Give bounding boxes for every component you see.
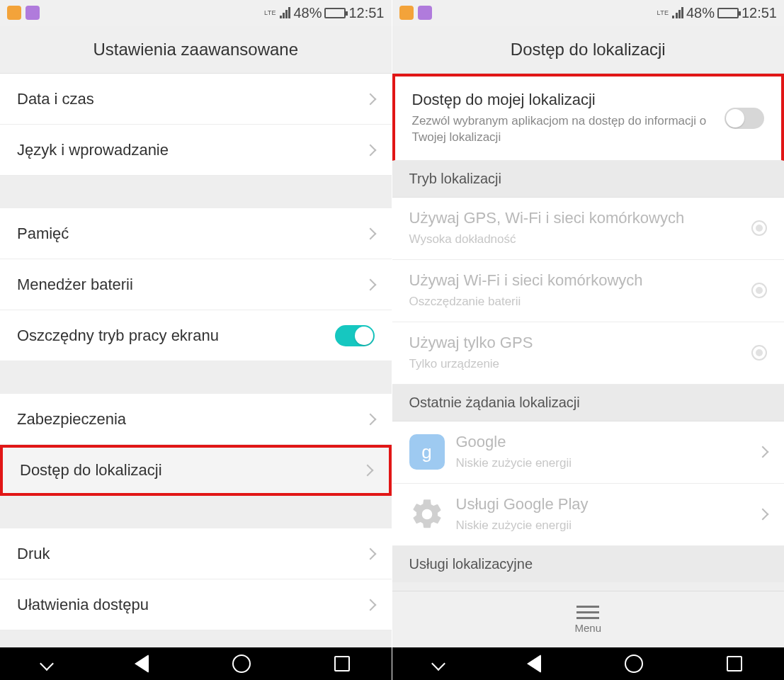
chevron-right-icon [364,227,376,239]
status-bar: LTE 48% 12:51 [392,0,785,26]
network-lte-icon: LTE [264,9,276,16]
menu-label: Menu [574,622,601,634]
nav-back-icon[interactable] [135,654,149,673]
gear-icon [409,497,445,532]
notif-icon-2 [418,6,432,20]
row-date-time[interactable]: Data i czas [0,74,392,125]
row-title: Używaj GPS, Wi-Fi i sieci komórkowych [409,209,741,227]
row-security[interactable]: Zabezpieczenia [0,394,392,445]
row-label: Menedżer baterii [17,276,133,294]
row-subtitle: Tylko urządzenie [409,356,741,373]
network-lte-icon: LTE [657,9,669,16]
recent-app-google[interactable]: g Google Niskie zużycie energii [392,421,785,484]
chevron-right-icon [364,548,376,560]
chevron-right-icon [757,509,769,521]
radio-icon[interactable] [751,283,767,298]
section-recent-requests: Ostatnie żądania lokalizacji [392,385,785,421]
nav-dropdown-icon[interactable] [432,657,446,671]
chevron-right-icon [364,93,376,105]
google-app-icon: g [409,434,445,470]
notif-icon-1 [7,6,21,20]
nav-recents-icon[interactable] [727,656,742,672]
row-label: Oszczędny tryb pracy ekranu [17,327,219,345]
row-my-location-access[interactable]: Dostęp do mojej lokalizacji Zezwól wybra… [392,74,785,161]
row-print[interactable]: Druk [0,528,392,579]
section-location-mode: Tryb lokalizacji [392,161,785,198]
row-battery-manager[interactable]: Menedżer baterii [0,259,392,310]
toggle-screen-eco[interactable] [335,325,375,346]
nav-home-icon[interactable] [232,654,251,673]
row-label: Data i czas [17,90,94,108]
row-label: Zabezpieczenia [17,410,126,429]
row-title: Dostęp do mojej lokalizacji [412,91,714,109]
nav-bar [0,647,392,680]
mode-gps-only[interactable]: Używaj tylko GPS Tylko urządzenie [392,322,785,385]
notif-icon-2 [25,6,40,20]
page-title: Dostęp do lokalizacji [392,26,785,74]
row-accessibility[interactable]: Ułatwienia dostępu [0,579,392,630]
nav-recents-icon[interactable] [334,656,350,672]
row-label: Druk [17,545,50,563]
row-screen-eco[interactable]: Oszczędny tryb pracy ekranu [0,310,392,361]
row-label: Pamięć [17,225,69,243]
row-subtitle: Niskie zużycie energii [456,455,748,472]
toggle-my-location[interactable] [725,108,764,129]
chevron-right-icon [364,278,376,290]
section-location-services: Usługi lokalizacyjne [392,546,785,582]
notif-icon-1 [399,6,414,20]
overflow-menu-button[interactable]: Menu [392,591,785,647]
battery-percent: 48% [686,5,715,21]
row-label: Ułatwienia dostępu [17,596,149,614]
row-subtitle: Niskie zużycie energii [456,518,748,534]
chevron-right-icon [361,465,373,477]
radio-icon[interactable] [751,220,767,236]
radio-icon[interactable] [751,345,767,361]
hamburger-icon [576,606,599,619]
row-title: Usługi Google Play [456,495,748,514]
nav-dropdown-icon[interactable] [40,657,54,671]
screen-location-access: LTE 48% 12:51 Dostęp do lokalizacji Dost… [392,0,785,680]
battery-icon [717,8,739,18]
nav-back-icon[interactable] [527,654,541,673]
row-location-access[interactable]: Dostęp do lokalizacji [0,445,392,496]
row-subtitle: Zezwól wybranym aplikacjom na dostęp do … [412,113,714,146]
chevron-right-icon [364,144,376,156]
mode-high-accuracy[interactable]: Używaj GPS, Wi-Fi i sieci komórkowych Wy… [392,198,785,260]
chevron-right-icon [364,599,376,611]
row-storage[interactable]: Pamięć [0,208,392,259]
mode-battery-saving[interactable]: Używaj Wi-Fi i sieci komórkowych Oszczęd… [392,260,785,322]
screen-advanced-settings: LTE 48% 12:51 Ustawienia zaawansowane Da… [0,0,392,680]
nav-home-icon[interactable] [625,654,643,673]
signal-bars-icon [280,7,291,18]
page-title: Ustawienia zaawansowane [0,26,392,74]
row-subtitle: Wysoka dokładność [409,232,741,248]
battery-icon [324,8,346,18]
nav-bar [392,647,785,680]
chevron-right-icon [757,446,769,458]
row-subtitle: Oszczędzanie baterii [409,294,741,310]
row-label: Język i wprowadzanie [17,141,169,159]
signal-bars-icon [672,7,683,18]
row-title: Używaj tylko GPS [409,334,741,352]
chevron-right-icon [364,413,376,425]
clock: 12:51 [348,5,384,21]
row-title: Google [456,433,748,451]
row-title: Używaj Wi-Fi i sieci komórkowych [409,271,741,290]
recent-app-play-services[interactable]: Usługi Google Play Niskie zużycie energi… [392,484,785,546]
row-language-input[interactable]: Język i wprowadzanie [0,125,392,176]
clock: 12:51 [742,5,777,21]
row-label: Dostęp do lokalizacji [20,461,162,480]
status-bar: LTE 48% 12:51 [0,0,392,26]
battery-percent: 48% [293,5,322,21]
